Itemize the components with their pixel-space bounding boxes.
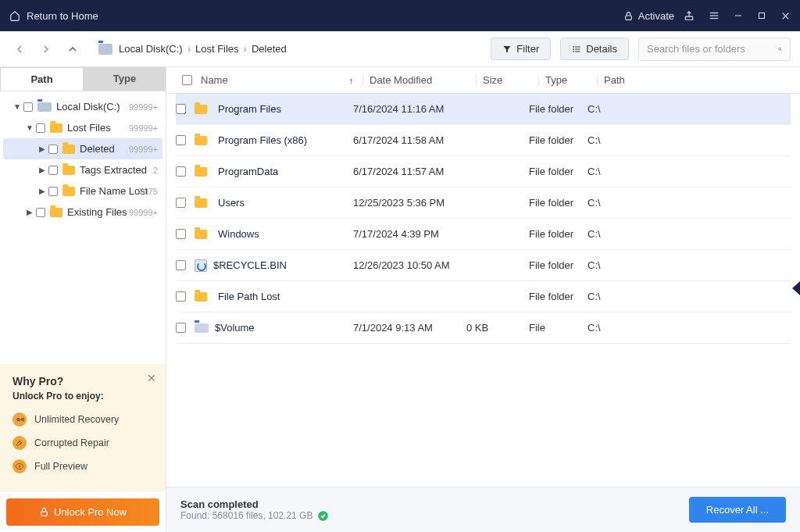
breadcrumb-item[interactable]: Local Disk(C:) — [119, 43, 183, 55]
file-date: 12/25/2023 5:36 PM — [353, 197, 466, 209]
details-label: Details — [586, 43, 617, 55]
close-icon[interactable] — [780, 11, 791, 21]
checkbox[interactable] — [176, 104, 186, 114]
header-path[interactable]: Path — [597, 74, 800, 86]
table-row[interactable]: $RECYCLE.BIN12/26/2023 10:50 AMFile fold… — [176, 250, 791, 281]
disk-icon — [38, 102, 52, 112]
arrow-up-icon — [66, 43, 79, 55]
checkbox[interactable] — [36, 123, 45, 133]
filter-button[interactable]: Filter — [491, 37, 551, 60]
tree-existing[interactable]: ▶ Existing Files 99999+ — [3, 202, 162, 223]
chevron-right-icon[interactable]: ▶ — [25, 208, 34, 216]
up-button[interactable] — [62, 39, 83, 59]
chevron-right-icon[interactable]: ▶ — [38, 166, 47, 174]
file-name: ProgramData — [218, 166, 278, 177]
lock-icon — [39, 507, 49, 517]
file-name: File Path Lost — [218, 291, 280, 302]
file-date: 12/26/2023 10:50 AM — [353, 259, 466, 271]
chevron-right-icon[interactable]: ▶ — [38, 187, 47, 195]
header-size[interactable]: Size — [476, 74, 538, 86]
recover-all-button[interactable]: Recover All ... — [689, 497, 786, 523]
disk-icon — [195, 323, 209, 333]
tree-tags[interactable]: ▶ Tags Extracted 2 — [3, 159, 162, 180]
file-name: Program Files (x86) — [218, 134, 307, 146]
file-path: C:\ — [588, 291, 791, 302]
tree-deleted[interactable]: ▶ Deleted 99999+ — [3, 138, 162, 159]
breadcrumb-sep: › — [244, 43, 247, 55]
forward-button[interactable] — [36, 39, 56, 59]
disk-icon — [98, 44, 112, 55]
svg-point-17 — [19, 466, 20, 467]
promo-feature-label: Full Preview — [34, 461, 88, 472]
header-date[interactable]: Date Modified — [362, 74, 476, 86]
menu-icon[interactable] — [709, 10, 720, 21]
checkbox[interactable] — [48, 187, 58, 196]
tab-type[interactable]: Type — [84, 67, 166, 91]
tree-lost-files[interactable]: ▼ Lost Files 99999+ — [3, 117, 162, 138]
activate-button[interactable]: Activate — [623, 10, 674, 22]
chevron-down-icon[interactable]: ▼ — [25, 123, 34, 132]
table-row[interactable]: File Path LostFile folderC:\ — [176, 281, 791, 312]
promo-feature-label: Unlimited Recovery — [34, 414, 119, 425]
tree-local-disk[interactable]: ▼ Local Disk(C:) 99999+ — [3, 96, 162, 117]
minimize-icon[interactable] — [734, 11, 743, 20]
footer: Scan completed Found: 568016 files, 102.… — [166, 487, 800, 532]
chevron-down-icon[interactable]: ▼ — [12, 102, 22, 111]
sort-asc-icon[interactable]: ↑ — [349, 76, 354, 85]
promo-subtitle: Unlock Pro to enjoy: — [12, 391, 153, 402]
checkbox[interactable] — [23, 102, 33, 112]
file-date: 7/17/2024 4:39 PM — [353, 228, 466, 240]
file-date: 6/17/2024 11:58 AM — [353, 134, 466, 146]
tree-label: Existing Files — [67, 206, 127, 218]
chevron-right-icon[interactable]: ▶ — [38, 145, 47, 153]
return-home-button[interactable]: Return to Home — [9, 10, 98, 22]
breadcrumb-item[interactable]: Deleted — [252, 43, 287, 55]
tree-filename-lost[interactable]: ▶ File Name Lost 7075 — [3, 180, 162, 202]
table-row[interactable]: $Volume7/1/2024 9:13 AM0 KBFileC:\ — [176, 312, 791, 344]
close-icon[interactable]: ✕ — [147, 372, 156, 384]
file-path: C:\ — [588, 103, 791, 115]
back-button[interactable] — [9, 39, 30, 59]
table-row[interactable]: Program Files7/16/2024 11:16 AMFile fold… — [176, 94, 791, 125]
svg-point-12 — [573, 46, 574, 47]
maximize-icon[interactable] — [757, 11, 766, 20]
search-input[interactable] — [647, 43, 778, 55]
promo-feature: Full Preview — [12, 459, 153, 473]
search-icon[interactable] — [778, 43, 782, 55]
checkbox[interactable] — [176, 198, 186, 208]
table-row[interactable]: Program Files (x86)6/17/2024 11:58 AMFil… — [176, 125, 791, 156]
header-type[interactable]: Type — [538, 74, 597, 86]
file-path: C:\ — [588, 228, 791, 240]
tab-path[interactable]: Path — [0, 67, 84, 91]
file-type: File folder — [529, 228, 588, 240]
checkbox[interactable] — [176, 135, 186, 145]
table-row[interactable]: Users12/25/2023 5:36 PMFile folderC:\ — [176, 187, 791, 219]
table-row[interactable]: ProgramData6/17/2024 11:57 AMFile folder… — [176, 156, 791, 187]
checkbox[interactable] — [176, 291, 186, 302]
folder-icon — [195, 105, 207, 114]
search-box[interactable] — [638, 37, 791, 61]
checkbox[interactable] — [36, 208, 45, 217]
tree-count: 99999+ — [129, 208, 158, 217]
sidebar-tabs: Path Type — [0, 67, 166, 91]
checkbox[interactable] — [176, 323, 186, 333]
main: Path Type ▼ Local Disk(C:) 99999+ ▼ Lost… — [0, 67, 800, 532]
checkbox[interactable] — [48, 145, 58, 154]
checkbox[interactable] — [176, 260, 186, 270]
arrow-left-icon — [13, 43, 26, 55]
details-button[interactable]: Details — [560, 37, 629, 60]
share-icon[interactable] — [684, 10, 695, 21]
svg-point-14 — [573, 51, 574, 52]
file-type: File folder — [529, 291, 588, 302]
breadcrumb-item[interactable]: Lost Files — [195, 43, 239, 55]
checkbox[interactable] — [176, 166, 186, 177]
side-panel-handle[interactable] — [792, 281, 800, 295]
header-checkbox[interactable] — [176, 75, 195, 85]
svg-rect-0 — [625, 15, 631, 19]
tree-count: 99999+ — [129, 145, 158, 154]
table-row[interactable]: Windows7/17/2024 4:39 PMFile folderC:\ — [176, 219, 791, 250]
checkbox[interactable] — [48, 166, 58, 175]
unlock-pro-button[interactable]: Unlock Pro Now — [6, 498, 159, 526]
checkbox[interactable] — [176, 229, 186, 239]
header-name[interactable]: Name↑ — [195, 74, 362, 86]
